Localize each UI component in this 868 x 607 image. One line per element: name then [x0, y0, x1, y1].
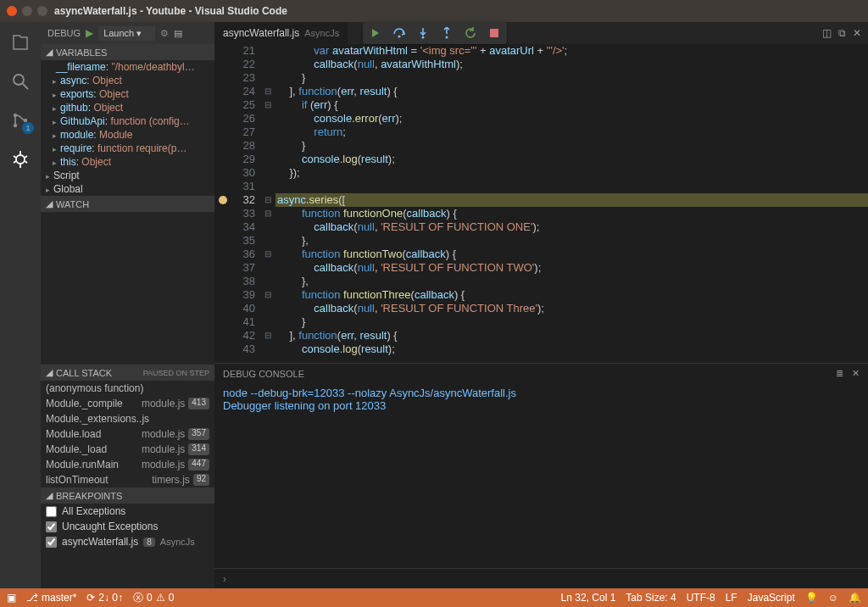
status-errors[interactable]: ⓧ 0 ⚠ 0 — [133, 591, 174, 605]
variable-row[interactable]: this: Object — [41, 155, 214, 169]
step-over-button[interactable] — [392, 25, 407, 41]
split-editor-icon[interactable]: ◫ — [822, 27, 832, 39]
svg-point-3 — [14, 124, 17, 127]
search-icon[interactable] — [8, 70, 32, 93]
variable-row[interactable]: github: Object — [41, 101, 214, 114]
tab-filename: asyncWaterfall.js — [223, 27, 299, 39]
status-encoding[interactable]: UTF-8 — [687, 592, 715, 604]
debug-sidebar: DEBUG ▶ Launch ▾ ⚙ ▤ ◢ VARIABLES __filen… — [41, 22, 214, 588]
svg-line-1 — [23, 84, 28, 89]
stack-frame[interactable]: Module.runMainmodule.js447 — [41, 457, 214, 472]
breakpoint-checkbox[interactable] — [46, 521, 57, 532]
svg-line-11 — [25, 161, 27, 163]
variable-row[interactable]: async: Object — [41, 74, 214, 87]
status-smiley-icon[interactable]: ☺ — [828, 592, 838, 604]
status-branch[interactable]: ⎇ master* — [26, 592, 76, 604]
window-maximize-button[interactable] — [37, 6, 47, 16]
breakpoints-section-header[interactable]: ◢ BREAKPOINTS — [41, 487, 214, 504]
breakpoint-checkbox[interactable] — [46, 506, 57, 517]
show-opened-icon[interactable]: ⧉ — [838, 27, 846, 39]
sidebar-title: DEBUG — [47, 28, 81, 38]
breakpoint-row[interactable]: Uncaught Exceptions — [41, 519, 214, 534]
svg-point-16 — [446, 36, 448, 39]
status-tab-size[interactable]: Tab Size: 4 — [626, 592, 676, 604]
svg-point-2 — [14, 114, 17, 117]
status-bar: ▣ ⎇ master* ⟳ 2↓ 0↑ ⓧ 0 ⚠ 0 Ln 32, Col 1… — [0, 588, 868, 607]
svg-line-10 — [14, 161, 16, 163]
stack-frame[interactable]: Module.loadmodule.js357 — [41, 426, 214, 442]
status-eol[interactable]: LF — [726, 592, 737, 604]
scope-row[interactable]: Global — [41, 182, 214, 196]
scm-badge: 1 — [22, 122, 34, 134]
window-titlebar: asyncWaterfall.js - Youtube - Visual Stu… — [0, 0, 868, 22]
debug-toolbar — [363, 22, 507, 44]
step-out-button[interactable] — [439, 25, 454, 41]
clear-console-icon[interactable]: ≣ — [836, 368, 843, 379]
console-info: Debugger listening on port 12033 — [223, 399, 860, 412]
stop-button[interactable] — [487, 25, 502, 41]
close-panel-icon[interactable]: ✕ — [852, 368, 860, 379]
breakpoint-row[interactable]: asyncWaterfall.js8AsyncJs — [41, 534, 214, 549]
console-command: node --debug-brk=12033 --nolazy AsyncJs/… — [223, 387, 860, 399]
code-editor[interactable]: 2122232425262728293031323334353637383940… — [214, 44, 868, 363]
stack-frame[interactable]: Module._extensions..js — [41, 411, 214, 426]
window-title: asyncWaterfall.js - Youtube - Visual Stu… — [54, 5, 287, 17]
window-close-button[interactable] — [7, 6, 17, 16]
stack-frame[interactable]: Module._loadmodule.js314 — [41, 442, 214, 457]
variable-row[interactable]: module: Module — [41, 128, 214, 142]
editor-tab[interactable]: asyncWaterfall.js AsyncJs — [214, 22, 348, 44]
editor-area: asyncWaterfall.js AsyncJs ◫ ⧉ ✕ 21222324… — [214, 22, 868, 588]
window-buttons — [7, 6, 47, 16]
breakpoint-row[interactable]: All Exceptions — [41, 504, 214, 519]
svg-line-8 — [14, 156, 16, 158]
variable-row[interactable]: GithubApi: function (config… — [41, 114, 214, 128]
restart-button[interactable] — [463, 25, 478, 41]
variable-row[interactable]: __filename: "/home/deathbyl… — [41, 60, 214, 74]
svg-rect-17 — [490, 29, 498, 37]
status-remote-icon[interactable]: ▣ — [7, 592, 16, 604]
debug-sidebar-header: DEBUG ▶ Launch ▾ ⚙ ▤ — [41, 22, 214, 44]
configure-gear-icon[interactable]: ⚙ — [160, 28, 169, 39]
svg-point-5 — [16, 155, 25, 164]
status-language[interactable]: JavaScript — [748, 592, 795, 604]
stack-frame[interactable]: listOnTimeouttimers.js92 — [41, 472, 214, 487]
variable-row[interactable]: require: function require(p… — [41, 142, 214, 155]
breakpoint-checkbox[interactable] — [46, 537, 57, 548]
status-bell-icon[interactable]: 🔔 — [849, 592, 861, 604]
variable-row[interactable]: exports: Object — [41, 87, 214, 101]
continue-button[interactable] — [368, 25, 383, 41]
launch-config-select[interactable]: Launch ▾ — [98, 26, 155, 41]
source-control-icon[interactable]: 1 — [8, 109, 32, 132]
svg-line-9 — [25, 156, 27, 158]
step-into-button[interactable] — [415, 25, 431, 41]
stack-frame[interactable]: (anonymous function) — [41, 381, 214, 396]
debug-console-input[interactable]: › — [214, 568, 868, 588]
svg-point-12 — [398, 36, 401, 38]
debug-console-header: DEBUG CONSOLE ≣ ✕ — [214, 363, 868, 383]
tab-folder: AsyncJs — [304, 28, 339, 38]
debug-console-title: DEBUG CONSOLE — [223, 369, 304, 379]
callstack-section-header[interactable]: ◢ CALL STACKPAUSED ON STEP — [41, 365, 214, 381]
scope-row[interactable]: Script — [41, 169, 214, 182]
editor-tab-row: asyncWaterfall.js AsyncJs ◫ ⧉ ✕ — [214, 22, 868, 44]
variables-section-header[interactable]: ◢ VARIABLES — [41, 44, 214, 60]
editor-actions: ◫ ⧉ ✕ — [822, 22, 868, 44]
start-debug-button[interactable]: ▶ — [86, 27, 93, 39]
watch-section-header[interactable]: ◢ WATCH — [41, 196, 214, 212]
breakpoints-list: All ExceptionsUncaught ExceptionsasyncWa… — [41, 504, 214, 549]
svg-point-14 — [422, 36, 425, 39]
console-toggle-icon[interactable]: ▤ — [174, 28, 182, 39]
activity-bar: 1 — [0, 22, 41, 588]
status-cursor-position[interactable]: Ln 32, Col 1 — [561, 592, 616, 604]
watch-list — [41, 212, 214, 365]
more-actions-icon[interactable]: ✕ — [853, 27, 861, 39]
stack-frame[interactable]: Module._compilemodule.js413 — [41, 396, 214, 411]
debug-console[interactable]: node --debug-brk=12033 --nolazy AsyncJs/… — [214, 383, 868, 568]
window-minimize-button[interactable] — [22, 6, 32, 16]
explorer-icon[interactable] — [8, 31, 32, 54]
callstack-list: (anonymous function)Module._compilemodul… — [41, 381, 214, 487]
status-sync[interactable]: ⟳ 2↓ 0↑ — [86, 592, 123, 604]
variables-list: __filename: "/home/deathbyl…async: Objec… — [41, 60, 214, 196]
status-feedback-icon[interactable]: 💡 — [805, 592, 818, 604]
debug-icon[interactable] — [8, 148, 32, 171]
